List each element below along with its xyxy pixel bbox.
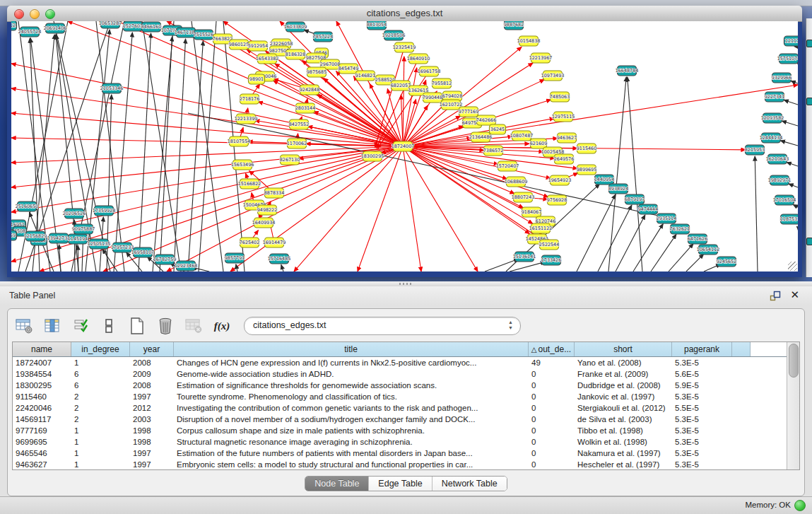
graph-node[interactable]: 18107554 (228, 136, 251, 146)
graph-node[interactable]: 6879197 (625, 194, 645, 204)
graph-node[interactable]: 17359928 (93, 206, 116, 216)
graph-node[interactable]: 8215953 (745, 145, 765, 155)
graph-node[interactable]: 17957233 (111, 243, 134, 252)
graph-node[interactable]: 16961758 (418, 66, 441, 76)
graph-node[interactable]: 16033809 (284, 22, 307, 32)
graph-node[interactable]: 1527602 (123, 21, 143, 31)
graph-node[interactable]: 7386572 (483, 146, 503, 156)
graph-node[interactable]: 18640910 (407, 54, 430, 64)
graph-node[interactable]: 7857224 (313, 32, 333, 42)
graph-node[interactable]: 15136141 (513, 252, 536, 262)
graph-node[interactable]: 16409934 (252, 218, 276, 228)
graph-node[interactable]: 9329966 (772, 73, 792, 83)
graph-node[interactable]: 8938924 (608, 184, 628, 194)
graph-node[interactable]: 8427552 (289, 119, 309, 129)
graph-node[interactable]: 16912 (11, 21, 17, 30)
column-header-short[interactable]: short (575, 342, 672, 356)
table-options-button[interactable] (13, 315, 35, 337)
graph-node[interactable]: 9498222 (257, 205, 277, 215)
graph-node[interactable]: 18807243 (512, 192, 535, 202)
graph-node[interactable]: 7515526 (194, 30, 213, 40)
scrollbar-thumb[interactable] (789, 344, 799, 378)
show-columns-button[interactable] (42, 315, 63, 337)
graph-node[interactable]: 16958107 (131, 247, 155, 257)
graph-node[interactable]: 8878334 (264, 188, 284, 198)
graph-node[interactable]: 21364486 (469, 132, 493, 142)
function-builder-button[interactable]: f(x) (211, 315, 233, 337)
network-window-titlebar[interactable]: citations_edges.txt (7, 6, 802, 22)
table-row[interactable]: 1872400712008Changes of HCN gene express… (13, 357, 787, 368)
graph-node[interactable]: 9875685 (307, 67, 326, 77)
column-header-in_degree[interactable]: in_degree (71, 342, 130, 356)
graph-node[interactable]: 1733426 (541, 255, 561, 265)
table-row[interactable]: 946554611997Estimation of the future num… (13, 448, 787, 459)
graph-node[interactable]: 12093582 (761, 113, 784, 123)
table-row[interactable]: 1830029562008Estimation of significance … (13, 380, 787, 391)
graph-node[interactable]: 2935114 (657, 214, 676, 223)
graph-node[interactable]: 9777169 (459, 107, 478, 117)
graph-node[interactable]: 20691406 (44, 23, 67, 33)
column-header-spacer[interactable] (732, 342, 751, 356)
graph-node[interactable]: 9184067 (522, 207, 541, 217)
graph-node[interactable]: 15166822 (238, 179, 261, 189)
delete-column-button[interactable] (155, 315, 176, 337)
graph-node[interactable]: 15751074 (777, 54, 798, 64)
resize-grip-icon[interactable] (788, 262, 797, 271)
node-table[interactable]: namein_degreeyeartitle△out_de...shortpag… (13, 342, 787, 469)
graph-node[interactable]: 98901 (249, 74, 265, 84)
graph-node[interactable]: 16782759 (153, 255, 177, 264)
graph-node[interactable]: 16210722 (440, 100, 463, 110)
split-view-button[interactable] (98, 315, 119, 337)
graph-node[interactable]: 19218506 (382, 30, 406, 40)
graph-node[interactable]: 12505135 (88, 239, 111, 249)
graph-node[interactable]: 12156829 (24, 231, 47, 241)
graph-node[interactable]: 12975115 (552, 112, 575, 122)
graph-node[interactable]: 2718176 (240, 94, 259, 104)
graph-node[interactable]: 15653496 (231, 160, 254, 170)
table-row[interactable]: 977716911998Corpus callosum shape and si… (13, 425, 787, 436)
close-panel-icon[interactable]: ✕ (790, 288, 799, 301)
graph-node[interactable]: 8186328 (286, 49, 305, 59)
graph-node[interactable]: 7485063 (550, 92, 570, 102)
graph-node[interactable]: 9146821 (355, 71, 375, 81)
graph-node[interactable]: 16210643 (766, 154, 789, 164)
float-panel-icon[interactable] (770, 290, 781, 301)
column-header-name[interactable]: name (13, 342, 71, 356)
graph-node[interactable]: 7625402 (240, 238, 259, 247)
graph-node[interactable]: 12213967 (529, 53, 553, 63)
graph-node[interactable]: 15716485 (268, 254, 291, 264)
graph-node[interactable]: 1145194 (68, 234, 88, 244)
graph-node[interactable]: 17016504 (773, 195, 796, 205)
row-selection-mode-button[interactable] (70, 315, 91, 337)
graph-node[interactable]: 6471626 (688, 234, 707, 244)
graph-node[interactable]: 9887682 (504, 21, 524, 30)
graph-node[interactable]: 10807487 (510, 131, 534, 141)
graph-node[interactable]: 9899695 (577, 165, 596, 175)
graph-node[interactable]: 1170062 (287, 139, 307, 148)
delete-table-button[interactable] (183, 315, 204, 337)
graph-node[interactable]: 9463627 (557, 133, 577, 143)
graph-node[interactable]: 90975887 (72, 224, 95, 234)
graph-node[interactable]: 1187533 (780, 214, 798, 224)
graph-node[interactable]: 20206526 (63, 209, 86, 218)
graph-node[interactable]: 25160650 (16, 201, 39, 211)
network-graph-canvas[interactable]: 1691224055724206914061065328715276028466… (11, 21, 798, 271)
graph-node[interactable]: 12923468 (175, 261, 198, 271)
tab-edge-table[interactable]: Edge Table (369, 477, 432, 491)
graph-node[interactable]: 12117 (784, 36, 799, 46)
graph-node[interactable]: 9242848 (300, 85, 319, 95)
graph-node[interactable]: 16543382 (256, 54, 279, 64)
new-column-button[interactable] (126, 315, 148, 337)
column-header-pagerank[interactable]: pagerank (672, 342, 732, 356)
graph-node[interactable]: 21053346 (100, 83, 124, 93)
graph-node[interactable]: 16914479 (263, 238, 286, 247)
graph-node[interactable]: 10688609 (505, 177, 528, 187)
graph-node[interactable]: 19654923 (548, 175, 572, 185)
tab-node-table[interactable]: Node Table (305, 477, 369, 491)
graph-node[interactable]: 10154838 (517, 36, 541, 46)
graph-node[interactable]: 16151122 (529, 223, 553, 233)
graph-node[interactable]: 13942737 (47, 233, 71, 243)
vertical-scrollbar[interactable] (787, 342, 799, 469)
graph-node[interactable]: 9227341 (765, 92, 784, 102)
graph-node[interactable]: 18300295 (361, 151, 384, 161)
